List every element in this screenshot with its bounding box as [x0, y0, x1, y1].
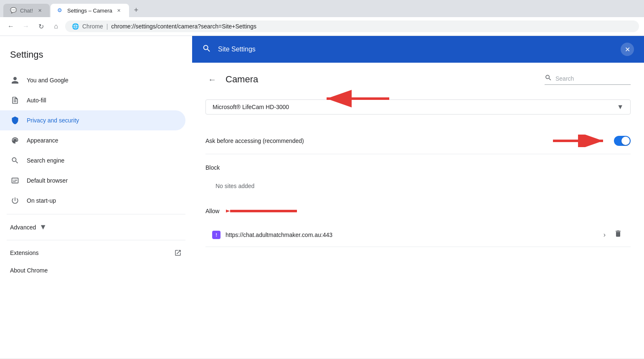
toggle-knob	[621, 137, 630, 145]
sidebar-item-privacy[interactable]: Privacy and security	[0, 110, 185, 130]
sidebar-item-on-startup[interactable]: On start-up	[0, 191, 185, 211]
about-label: About Chrome	[10, 267, 48, 274]
sidebar-item-label-privacy: Privacy and security	[27, 117, 79, 124]
dropdown-arrow-icon: ▼	[617, 103, 624, 111]
sidebar-advanced-section[interactable]: Advanced ▼	[0, 218, 192, 237]
camera-select[interactable]: Microsoft® LifeCam HD-3000 ▼	[205, 99, 631, 115]
block-empty-state: No sites added	[205, 176, 631, 196]
sidebar-title: Settings	[0, 43, 192, 70]
sidebar-item-you-google[interactable]: You and Google	[0, 70, 185, 90]
person-icon	[10, 75, 20, 85]
camera-back-button[interactable]: ←	[205, 73, 219, 86]
startup-icon	[10, 196, 20, 206]
home-button[interactable]: ⌂	[50, 20, 62, 32]
sidebar: Settings You and Google Auto-fill Privac…	[0, 36, 192, 358]
camera-select-text: Microsoft® LifeCam HD-3000	[213, 104, 614, 110]
chat-tab-close[interactable]: ✕	[36, 7, 43, 14]
security-icon: 🌐	[72, 23, 79, 30]
search-close-button[interactable]: ✕	[621, 43, 634, 56]
sidebar-divider	[7, 214, 185, 214]
search-engine-icon	[10, 155, 20, 165]
sidebar-item-label-appearance: Appearance	[27, 137, 58, 144]
address-text: Chrome | chrome://settings/content/camer…	[82, 23, 256, 30]
camera-back-nav: ← Camera	[205, 73, 258, 86]
settings-tab-title: Settings – Camera	[67, 8, 112, 14]
settings-tab-icon: ⚙	[57, 7, 64, 14]
site-delete-button[interactable]	[612, 228, 624, 242]
search-bar: ✕	[192, 36, 644, 63]
block-section-header: Block	[205, 154, 631, 176]
sidebar-item-default-browser[interactable]: Default browser	[0, 171, 185, 191]
sidebar-divider-2	[7, 240, 185, 240]
extensions-label: Extensions	[10, 250, 38, 256]
camera-header: ← Camera	[205, 73, 631, 86]
sidebar-item-appearance[interactable]: Appearance	[0, 130, 185, 150]
address-url: chrome://settings/content/camera?search=…	[111, 23, 256, 30]
site-list-item: ! https://chat.adultmatchmaker.com.au:44…	[205, 223, 631, 247]
sidebar-about-link[interactable]: About Chrome	[0, 262, 192, 279]
advanced-arrow-icon: ▼	[39, 223, 47, 232]
external-link-icon	[174, 249, 182, 257]
camera-dropdown: Microsoft® LifeCam HD-3000 ▼	[205, 99, 631, 115]
refresh-button[interactable]: ↻	[35, 20, 47, 32]
site-chevron-icon[interactable]: ›	[602, 229, 607, 240]
main-layout: Settings You and Google Auto-fill Privac…	[0, 36, 644, 358]
camera-title: Camera	[226, 74, 258, 85]
chat-tab-icon: 💬	[10, 7, 17, 14]
address-brand: Chrome	[82, 23, 103, 30]
sidebar-item-label-you-google: You and Google	[27, 77, 68, 84]
sidebar-extensions-link[interactable]: Extensions	[0, 244, 192, 262]
site-url: https://chat.adultmatchmaker.com.au:443	[226, 232, 597, 238]
content-area: ✕ ← Camera Microsoft® LifeCam HD-3	[192, 36, 644, 358]
chat-tab-title: Chat!	[20, 8, 33, 14]
ask-before-accessing-label: Ask before accessing (recommended)	[205, 137, 304, 144]
search-bar-icon	[202, 44, 211, 55]
site-favicon: !	[212, 231, 221, 239]
ask-before-toggle[interactable]	[614, 136, 631, 146]
sidebar-item-label-on-startup: On start-up	[27, 197, 56, 204]
sidebar-item-label-search-engine: Search engine	[27, 157, 64, 164]
address-bar: ← → ↻ ⌂ 🌐 Chrome | chrome://settings/con…	[0, 17, 644, 36]
camera-content: ← Camera Microsoft® LifeCam HD-3000 ▼	[192, 63, 644, 257]
sidebar-item-label-default-browser: Default browser	[27, 177, 68, 184]
shield-icon	[10, 115, 20, 125]
back-button[interactable]: ←	[5, 20, 17, 32]
address-field[interactable]: 🌐 Chrome | chrome://settings/content/cam…	[65, 20, 639, 32]
camera-search-input[interactable]	[555, 75, 631, 82]
settings-tab-close[interactable]: ✕	[116, 7, 122, 14]
sidebar-item-search-engine[interactable]: Search engine	[0, 150, 185, 171]
search-bar-input[interactable]	[218, 46, 614, 53]
allow-section-header: Allow	[205, 208, 219, 214]
sidebar-item-label-autofill: Auto-fill	[27, 97, 46, 104]
ask-before-accessing-row: Ask before accessing (recommended)	[205, 128, 631, 154]
forward-button[interactable]: →	[20, 20, 32, 32]
tab-bar: 💬 Chat! ✕ ⚙ Settings – Camera ✕ +	[0, 0, 644, 17]
sidebar-advanced-label: Advanced	[10, 224, 36, 231]
camera-search-icon	[545, 74, 552, 83]
palette-icon	[10, 135, 20, 145]
camera-search-box[interactable]	[545, 74, 631, 85]
tab-chat[interactable]: 💬 Chat! ✕	[3, 4, 50, 17]
sidebar-item-autofill[interactable]: Auto-fill	[0, 90, 185, 110]
browser-icon	[10, 176, 20, 186]
browser-chrome: 💬 Chat! ✕ ⚙ Settings – Camera ✕ + ← → ↻ …	[0, 0, 644, 36]
new-tab-button[interactable]: +	[130, 3, 143, 17]
autofill-icon	[10, 95, 20, 105]
tab-settings[interactable]: ⚙ Settings – Camera ✕	[51, 4, 129, 17]
